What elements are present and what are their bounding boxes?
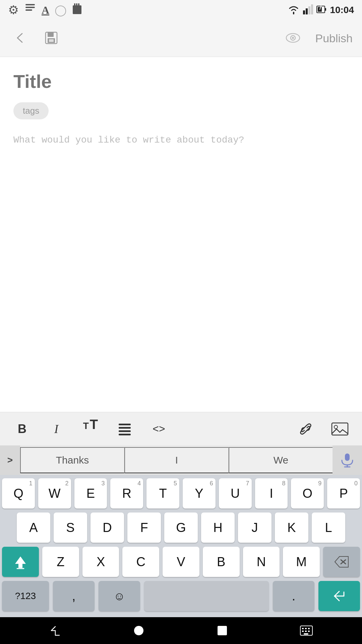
svg-point-32 [134,626,143,635]
status-icons-left: ⚙ A ◯ [8,3,82,17]
body-placeholder[interactable]: What would you like to write about today… [13,133,349,148]
key-l[interactable]: L [312,513,345,543]
svg-rect-6 [78,3,79,7]
bold-button[interactable]: B [10,417,34,441]
svg-rect-2 [25,9,32,11]
nav-bar [0,617,362,644]
tags-button[interactable]: tags [13,102,49,119]
svg-rect-26 [332,423,348,435]
nav-home-button[interactable] [133,625,145,637]
key-e[interactable]: E3 [74,478,107,508]
svg-rect-16 [48,32,54,37]
key-u[interactable]: U7 [219,478,252,508]
nav-recents-button[interactable] [216,625,228,637]
keyboard-row-4: ?123 , ☺ . [2,581,360,611]
save-button[interactable] [41,28,62,49]
key-j[interactable]: J [238,513,272,543]
autocomplete-expand-button[interactable]: > [0,445,20,475]
svg-rect-10 [311,4,313,14]
svg-rect-28 [345,453,350,461]
key-period[interactable]: . [273,581,314,611]
key-g[interactable]: G [164,513,198,543]
keyboard-row-3: Z X C V B N M [2,547,360,577]
key-f[interactable]: F [127,513,161,543]
title-input[interactable] [13,70,349,92]
svg-rect-12 [325,8,326,11]
key-emoji[interactable]: ☺ [99,581,140,611]
key-w[interactable]: W2 [38,478,71,508]
key-t[interactable]: T5 [146,478,179,508]
key-c[interactable]: C [122,547,159,577]
settings-icon: ⚙ [8,3,19,17]
list-button[interactable] [113,417,137,441]
suggestion-2[interactable]: I [124,447,229,473]
key-v[interactable]: V [163,547,199,577]
nav-back-button[interactable] [49,625,61,637]
key-shift[interactable] [2,547,39,577]
svg-rect-18 [49,39,54,42]
key-s[interactable]: S [54,513,87,543]
key-m[interactable]: M [283,547,320,577]
key-a[interactable]: A [17,513,50,543]
sd-card-icon [72,3,82,17]
svg-rect-1 [25,7,35,8]
key-space[interactable] [144,581,269,611]
key-y[interactable]: Y6 [183,478,216,508]
status-time: 10:04 [330,5,354,15]
italic-button[interactable]: I [44,417,68,441]
key-n[interactable]: N [243,547,280,577]
suggestion-3[interactable]: We [229,447,333,473]
back-button[interactable] [9,28,30,49]
image-button[interactable] [328,417,352,441]
svg-rect-41 [304,633,308,635]
key-x[interactable]: X [82,547,119,577]
svg-rect-4 [74,3,75,7]
key-numbers[interactable]: ?123 [2,581,49,611]
preview-button[interactable] [282,28,304,49]
top-bar: Publish [0,20,362,57]
nav-keyboard-button[interactable] [300,625,313,637]
keyboard: Q1 W2 E3 R4 T5 Y6 U7 I8 O9 P0 A S D F G … [0,475,362,617]
svg-rect-33 [218,626,227,635]
key-o[interactable]: O9 [291,478,324,508]
svg-rect-36 [305,628,307,629]
editor-area: tags What would you like to write about … [0,57,362,412]
top-bar-right: Publish [282,28,353,49]
svg-rect-8 [306,8,308,14]
autocomplete-bar: > Thanks I We [0,445,362,475]
keyboard-row-2: A S D F G H J K L [2,513,360,543]
key-k[interactable]: K [275,513,308,543]
key-backspace[interactable] [323,547,360,577]
code-button[interactable]: <> [147,417,171,441]
status-bar: ⚙ A ◯ 10:04 [0,0,362,20]
format-toolbar: B I TT <> [0,412,362,445]
key-d[interactable]: D [90,513,124,543]
key-r[interactable]: R4 [110,478,143,508]
key-enter[interactable] [318,581,360,611]
key-z[interactable]: Z [42,547,79,577]
key-h[interactable]: H [201,513,235,543]
suggestion-1[interactable]: Thanks [20,447,124,473]
key-i[interactable]: I8 [255,478,288,508]
top-bar-left [9,28,62,49]
svg-point-27 [334,425,338,429]
microphone-button[interactable] [333,445,362,475]
text-format-icon: A [42,4,49,16]
key-q[interactable]: Q1 [2,478,35,508]
status-icons-right: 10:04 [288,4,354,16]
svg-point-21 [292,37,294,39]
publish-button[interactable]: Publish [315,32,353,45]
key-b[interactable]: B [203,547,240,577]
key-p[interactable]: P0 [327,478,360,508]
text-size-button[interactable]: TT [78,417,103,441]
svg-rect-7 [303,10,305,14]
notes-icon [24,3,36,17]
link-button[interactable] [294,417,318,441]
key-comma[interactable]: , [53,581,95,611]
svg-rect-9 [308,6,310,14]
svg-rect-5 [76,3,77,7]
svg-rect-25 [119,434,131,435]
svg-rect-39 [305,631,307,632]
circle-icon: ◯ [55,4,67,16]
svg-rect-35 [302,628,304,629]
